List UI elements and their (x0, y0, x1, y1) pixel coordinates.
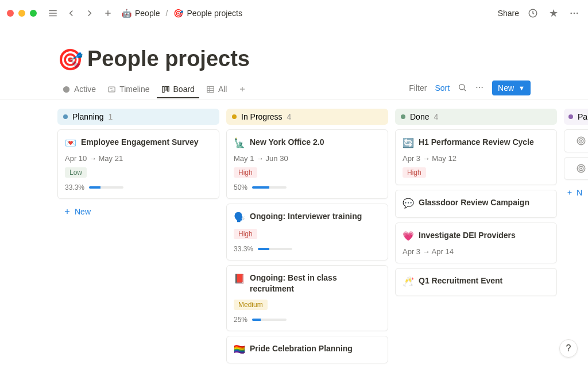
card-title-text: Ongoing: Interviewer training (250, 211, 362, 223)
card-icon: 🏳️‍🌈 (234, 343, 245, 356)
fullscreen-window-icon[interactable] (30, 10, 37, 17)
table-icon (206, 85, 215, 94)
status-dot-icon (232, 114, 237, 119)
priority-badge: Medium (234, 300, 268, 310)
svg-rect-10 (109, 87, 115, 92)
breadcrumb-parent-label: People (135, 9, 160, 18)
svg-point-8 (577, 12, 578, 14)
nav-forward-icon[interactable] (83, 6, 96, 20)
search-icon[interactable] (458, 83, 467, 94)
card-dei-providers[interactable]: 💗 Investigate DEI Providers Apr 3 → Apr … (395, 223, 557, 263)
tab-all[interactable]: All (202, 81, 232, 98)
nav-back-icon[interactable] (64, 6, 78, 20)
help-button[interactable]: ? (559, 339, 578, 358)
svg-point-26 (482, 86, 483, 87)
column-header-done[interactable]: Done 4 (395, 109, 557, 125)
card-h1-review[interactable]: 🔄 H1 Performance Review Cycle Apr 3 → Ma… (395, 129, 557, 185)
more-menu-icon[interactable] (567, 6, 581, 20)
star-filled-icon (62, 85, 71, 94)
tab-board-label: Board (173, 85, 195, 94)
card-employee-engagement[interactable]: 💌 Employee Engagement Survey Apr 10 → Ma… (57, 129, 219, 199)
card-title-text: Employee Engagement Survey (81, 137, 199, 148)
page-icon[interactable]: 🎯 (57, 48, 80, 71)
card-q1-recruitment[interactable]: 🥂 Q1 Recruitment Event (395, 268, 557, 296)
column-header-partial[interactable]: Pa (564, 109, 588, 125)
tab-timeline[interactable]: Timeline (103, 81, 154, 98)
status-dot-icon (63, 114, 68, 119)
sidebar-toggle-icon[interactable] (46, 6, 60, 20)
share-button[interactable]: Share (498, 9, 519, 18)
database-actions: Filter Sort New ▼ (409, 80, 531, 99)
breadcrumb-parent[interactable]: 🤖 People (119, 7, 163, 19)
minimize-window-icon[interactable] (18, 10, 25, 17)
card-icon: 💌 (65, 137, 76, 150)
card-dates: Apr 3 → Apr 14 (403, 247, 550, 256)
card-title-text: Pride Celebration Planning (250, 343, 353, 355)
svg-point-24 (476, 86, 477, 87)
plus-icon (238, 85, 246, 93)
card-pride-planning[interactable]: 🏳️‍🌈 Pride Celebration Planning (226, 336, 388, 363)
tab-all-label: All (218, 85, 227, 94)
timeline-icon (107, 85, 116, 94)
tab-timeline-label: Timeline (119, 85, 149, 94)
card-icon: 🔄 (403, 137, 414, 150)
column-label: In Progress (241, 112, 283, 121)
progress-label: 25% (234, 316, 247, 324)
column-count: 4 (434, 112, 438, 121)
new-page-icon[interactable] (101, 6, 115, 20)
progress-bar (252, 319, 287, 321)
breadcrumb-current-label: People projects (187, 9, 242, 18)
page-title[interactable]: People projects (87, 47, 250, 71)
card-title-text: Ongoing: Best in class recruitment (250, 273, 381, 295)
priority-badge: High (234, 167, 257, 178)
column-label: Planning (72, 112, 104, 121)
card-partial-2[interactable] (564, 157, 588, 180)
priority-badge: High (403, 167, 426, 178)
plus-icon (566, 189, 573, 196)
topbar: 🤖 People / 🎯 People projects Share ★ (0, 0, 588, 26)
card-partial-1[interactable] (564, 129, 588, 152)
column-new-button[interactable]: New (57, 204, 219, 220)
tab-active[interactable]: Active (57, 81, 100, 98)
updates-icon[interactable] (526, 6, 540, 20)
card-nyc-office[interactable]: 🗽 New York Office 2.0 May 1 → Jun 30 Hig… (226, 129, 388, 199)
column-new-button[interactable]: N (564, 185, 588, 201)
card-recruitment-best[interactable]: 📕 Ongoing: Best in class recruitment Med… (226, 265, 388, 331)
column-partial: Pa N (564, 109, 588, 201)
new-record-button[interactable]: New ▼ (492, 80, 531, 95)
column-done: Done 4 🔄 H1 Performance Review Cycle Apr… (395, 109, 557, 296)
column-count: 1 (109, 112, 113, 121)
column-in-progress: In Progress 4 🗽 New York Office 2.0 May … (226, 109, 388, 363)
column-new-label: New (75, 207, 91, 216)
column-count: 4 (287, 112, 292, 121)
card-icon: 🗽 (234, 137, 245, 150)
card-title-text: Investigate DEI Providers (419, 230, 516, 241)
card-icon: 💬 (403, 197, 414, 210)
board: Planning 1 💌 Employee Engagement Survey … (0, 99, 588, 368)
add-view-button[interactable] (234, 82, 251, 98)
breadcrumb-separator: / (166, 9, 168, 18)
card-interviewer-training[interactable]: 🗣️ Ongoing: Interviewer training High 33… (226, 204, 388, 260)
board-icon (161, 85, 170, 94)
sort-button[interactable]: Sort (435, 83, 450, 93)
card-icon: 🗣️ (234, 211, 245, 224)
tab-board[interactable]: Board (157, 81, 199, 98)
column-new-label: N (577, 188, 582, 197)
svg-line-23 (464, 89, 466, 91)
svg-rect-14 (165, 86, 167, 90)
column-header-in-progress[interactable]: In Progress 4 (226, 109, 388, 125)
close-window-icon[interactable] (7, 10, 14, 17)
svg-point-25 (479, 86, 480, 87)
card-progress: 50% (234, 183, 381, 191)
card-glassdoor[interactable]: 💬 Glassdoor Review Campaign (395, 190, 557, 217)
svg-point-22 (459, 84, 465, 89)
column-header-planning[interactable]: Planning 1 (57, 109, 219, 125)
card-icon: 💗 (403, 230, 414, 243)
favorite-star-icon[interactable]: ★ (547, 6, 560, 20)
breadcrumb-current[interactable]: 🎯 People projects (171, 7, 245, 19)
card-title-text: New York Office 2.0 (250, 137, 324, 148)
priority-badge: High (234, 229, 257, 239)
view-options-icon[interactable] (475, 83, 484, 94)
filter-button[interactable]: Filter (409, 83, 427, 93)
card-title-text: H1 Performance Review Cycle (419, 137, 534, 148)
